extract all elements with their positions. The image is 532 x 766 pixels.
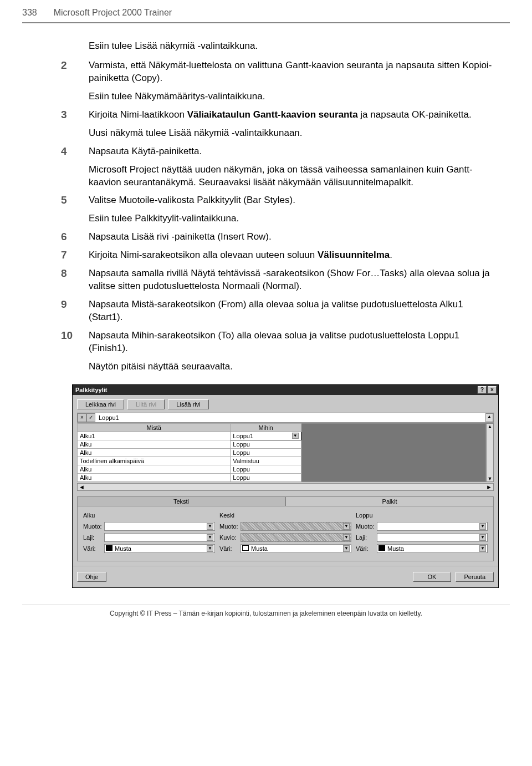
end-color-dropdown[interactable]: Musta▼ <box>377 544 488 553</box>
dialog-titlebar: Palkkityylit ? × <box>73 385 498 395</box>
step-text: Kirjoita Nimi-laatikkoon Väliaikataulun … <box>89 109 472 121</box>
step-text: Napsauta Mihin-sarakeotsikon (To) alla o… <box>89 329 499 355</box>
start-type-dropdown[interactable]: ▼ <box>104 533 215 542</box>
step-4: 4 Napsauta Käytä-painiketta. <box>89 145 499 158</box>
formula-bar: × ✓ Loppu1 ▲ <box>77 413 494 423</box>
mid-color-dropdown[interactable]: Musta▼ <box>241 544 351 553</box>
step-text: Napsauta samalla rivillä Näytä tehtäviss… <box>89 267 499 293</box>
header-divider <box>22 22 510 23</box>
preview-area <box>301 423 486 482</box>
help-icon[interactable]: ? <box>478 386 487 394</box>
step-number: 2 <box>61 59 89 85</box>
dropdown-arrow-icon[interactable]: ▼ <box>292 433 299 439</box>
step-6: 6 Napsauta Lisää rivi -painiketta (Inser… <box>89 231 499 244</box>
step-text: Varmista, että Näkymät-luettelosta on va… <box>89 59 499 85</box>
main-content: Esiin tulee Lisää näkymiä -valintaikkuna… <box>0 40 532 588</box>
help-button[interactable]: Ohje <box>77 572 106 582</box>
tabs: Teksti Palkit <box>77 496 494 506</box>
step-number: 8 <box>61 267 89 293</box>
step-3: 3 Kirjoita Nimi-laatikkoon Väliaikataulu… <box>89 109 499 121</box>
col-to: Mihin <box>231 423 301 432</box>
button-row: Leikkaa rivi Liitä rivi Lisää rivi <box>77 399 494 409</box>
three-columns: Alku Muoto:▼ Laji:▼ Väri:Musta▼ Keski Mu… <box>83 512 488 555</box>
section-mid: Keski <box>219 512 351 519</box>
cut-row-button[interactable]: Leikkaa rivi <box>77 399 124 409</box>
step-number: 10 <box>61 329 89 355</box>
col-start: Alku Muoto:▼ Laji:▼ Väri:Musta▼ <box>83 512 215 555</box>
styles-table[interactable]: MistäMihin Alku1Loppu1 ▼ AlkuLoppu AlkuL… <box>77 423 301 482</box>
cancel-button[interactable]: Peruuta <box>456 572 494 582</box>
step-number: 4 <box>61 145 89 158</box>
step-3-after: Uusi näkymä tulee Lisää näkymiä -valinta… <box>89 127 499 140</box>
mid-shape-dropdown[interactable]: ▼ <box>241 522 351 531</box>
step-7: 7 Kirjoita Nimi-sarakeotsikon alla oleva… <box>89 249 499 262</box>
tab-bars[interactable]: Palkit <box>285 496 494 506</box>
paste-row-button: Liitä rivi <box>127 399 165 409</box>
step-text: Valitse Muotoile-valikosta Palkkityylit … <box>89 194 295 207</box>
step-4-after: Microsoft Project näyttää uuden näkymän,… <box>89 164 499 189</box>
scroll-up-icon[interactable]: ▲ <box>487 414 492 419</box>
step-text: Napsauta Lisää rivi -painiketta (Insert … <box>89 231 272 244</box>
step-9: 9 Napsauta Mistä-sarakeotsikon (From) al… <box>89 298 499 324</box>
book-title: Microsoft Project 2000 Trainer <box>54 8 172 18</box>
dialog-body: Leikkaa rivi Liitä rivi Lisää rivi × ✓ L… <box>73 395 498 566</box>
copyright-footer: Copyright © IT Press – Tämän e-kirjan ko… <box>22 605 510 628</box>
close-icon[interactable]: × <box>488 386 497 394</box>
step-number: 3 <box>61 109 89 121</box>
step-text: Napsauta Käytä-painiketta. <box>89 145 202 158</box>
step-number: 9 <box>61 298 89 324</box>
section-start: Alku <box>83 512 215 519</box>
intro-text: Esiin tulee Lisää näkymiä -valintaikkuna… <box>89 40 499 53</box>
ok-button[interactable]: OK <box>413 572 452 582</box>
horizontal-scrollbar[interactable]: ◄► <box>77 483 494 491</box>
tab-text[interactable]: Teksti <box>77 496 285 506</box>
end-type-dropdown[interactable]: ▼ <box>377 533 488 542</box>
dialog-title: Palkkityylit <box>74 387 477 393</box>
start-shape-dropdown[interactable]: ▼ <box>104 522 215 531</box>
step-number: 5 <box>61 194 89 207</box>
bar-styles-dialog: Palkkityylit ? × Leikkaa rivi Liitä rivi… <box>72 384 499 588</box>
col-end: Loppu Muoto:▼ Laji:▼ Väri:Musta▼ <box>356 512 488 555</box>
step-number: 6 <box>61 231 89 244</box>
step-5: 5 Valitse Muotoile-valikosta Palkkityyli… <box>89 194 499 207</box>
start-color-dropdown[interactable]: Musta▼ <box>104 544 215 553</box>
page-header: 338 Microsoft Project 2000 Trainer <box>0 0 532 22</box>
tab-panel: Alku Muoto:▼ Laji:▼ Väri:Musta▼ Keski Mu… <box>77 506 494 561</box>
cancel-edit-icon[interactable]: × <box>78 413 86 422</box>
grid-wrap: MistäMihin Alku1Loppu1 ▼ AlkuLoppu AlkuL… <box>77 423 494 482</box>
vertical-scrollbar[interactable]: ▲▼ <box>486 423 494 482</box>
insert-row-button[interactable]: Lisää rivi <box>168 399 208 409</box>
end-shape-dropdown[interactable]: ▼ <box>377 522 488 531</box>
step-text: Kirjoita Nimi-sarakeotsikon alla olevaan… <box>89 249 392 262</box>
grid-left: MistäMihin Alku1Loppu1 ▼ AlkuLoppu AlkuL… <box>77 423 301 482</box>
dialog-footer: Ohje OK Peruuta <box>73 566 498 587</box>
col-from: Mistä <box>78 423 231 432</box>
step-text: Napsauta Mistä-sarakeotsikon (From) alla… <box>89 298 499 324</box>
col-mid: Keski Muoto:▼ Kuvio:▼ Väri:Musta▼ <box>219 512 351 555</box>
accept-edit-icon[interactable]: ✓ <box>86 413 95 422</box>
step-2: 2 Varmista, että Näkymät-luettelosta on … <box>89 59 499 85</box>
step-10: 10 Napsauta Mihin-sarakeotsikon (To) all… <box>89 329 499 355</box>
page-number: 338 <box>22 8 37 18</box>
step-number: 7 <box>61 249 89 262</box>
step-2-after: Esiin tulee Näkymämääritys-valintaikkuna… <box>89 90 499 103</box>
step-8: 8 Napsauta samalla rivillä Näytä tehtävi… <box>89 267 499 293</box>
step-5-after: Esiin tulee Palkkityylit-valintaikkuna. <box>89 212 499 225</box>
step-10-after: Näytön pitäisi näyttää seuraavalta. <box>89 361 499 373</box>
formula-value[interactable]: Loppu1 <box>95 413 485 422</box>
mid-pattern-dropdown[interactable]: ▼ <box>241 533 351 542</box>
section-end: Loppu <box>356 512 488 519</box>
